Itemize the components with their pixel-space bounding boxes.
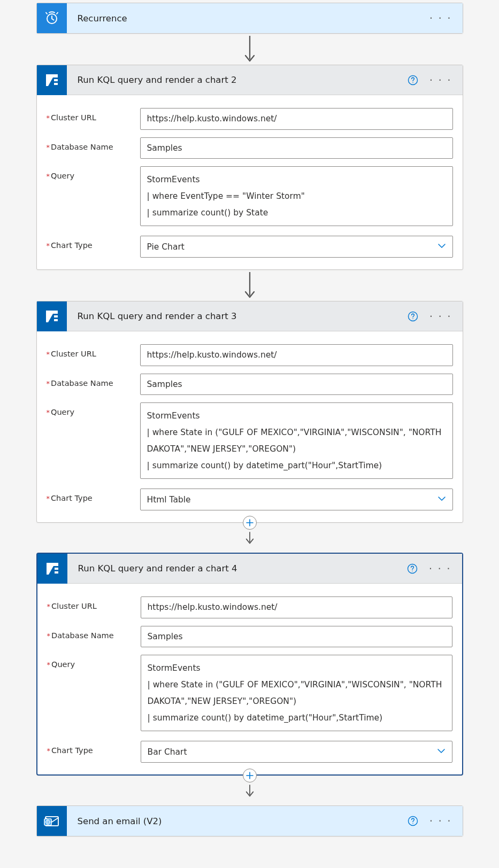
svg-point-23 [412,823,413,824]
chevron-down-icon [437,494,446,505]
chevron-down-icon [437,242,446,252]
help-icon[interactable] [407,74,419,86]
help-icon[interactable] [407,311,419,322]
svg-rect-7 [54,315,58,317]
field-label: *Query [47,655,141,669]
svg-point-10 [412,318,413,319]
action-card-email[interactable]: Send an email (V2)· · · [36,805,463,836]
kusto-icon [37,301,67,331]
field-label: *Query [47,402,140,416]
kusto-icon [37,554,67,584]
connector-add [243,523,257,553]
action-card[interactable]: Run KQL query and render a chart 2· · ·*… [36,65,463,270]
chevron-down-icon [437,747,446,757]
svg-rect-3 [54,83,58,85]
chart-type-select[interactable]: Html Table [140,489,453,510]
cluster-url-input[interactable] [141,596,452,618]
connector-arrow [242,270,257,301]
more-icon[interactable]: · · · [428,813,453,828]
select-value: Bar Chart [148,747,187,757]
field-label: *Cluster URL [47,108,140,122]
connector-arrow [242,34,257,65]
action-title: Send an email (V2) [67,816,407,826]
connector-add [243,776,257,805]
field-label: *Cluster URL [47,596,141,610]
add-step-button[interactable] [243,769,257,782]
cluster-url-input[interactable] [140,108,453,130]
action-title: Run KQL query and render a chart 2 [67,75,407,85]
clock-icon [37,3,67,33]
chart-type-select[interactable]: Bar Chart [141,741,452,763]
database-name-input[interactable] [140,137,453,159]
outlook-icon [37,806,67,836]
trigger-card[interactable]: Recurrence· · · [36,3,463,34]
chart-type-select[interactable]: Pie Chart [140,236,453,258]
more-icon[interactable]: · · · [428,309,453,324]
more-icon[interactable]: · · · [428,73,453,88]
action-card[interactable]: Run KQL query and render a chart 4· · ·*… [36,553,463,776]
field-label: *Chart Type [47,489,140,502]
trigger-title: Recurrence [67,13,428,24]
svg-point-15 [412,570,413,571]
more-icon[interactable]: · · · [428,561,452,576]
action-title: Run KQL query and render a chart 3 [67,311,407,321]
field-label: *Chart Type [47,236,140,250]
help-icon[interactable] [407,815,419,827]
help-icon[interactable] [406,563,418,575]
action-title: Run KQL query and render a chart 4 [67,563,406,574]
query-input[interactable]: StormEvents | where State in ("GULF OF M… [141,655,452,731]
add-step-button[interactable] [243,516,257,530]
field-label: *Database Name [47,374,140,387]
field-label: *Cluster URL [47,344,140,358]
query-input[interactable]: StormEvents | where EventType == "Winter… [140,166,453,226]
svg-point-5 [412,82,413,83]
select-value: Pie Chart [147,242,185,252]
svg-rect-13 [55,571,58,574]
database-name-input[interactable] [141,626,452,648]
action-card[interactable]: Run KQL query and render a chart 3· · ·*… [36,301,463,523]
svg-rect-2 [54,79,58,81]
field-label: *Query [47,166,140,180]
svg-rect-8 [54,319,58,321]
field-label: *Database Name [47,137,140,151]
cluster-url-input[interactable] [140,344,453,366]
field-label: *Database Name [47,626,141,640]
field-label: *Chart Type [47,741,141,755]
query-input[interactable]: StormEvents | where State in ("GULF OF M… [140,402,453,479]
select-value: Html Table [147,495,191,505]
more-icon[interactable]: · · · [428,11,453,26]
database-name-input[interactable] [140,374,453,396]
kusto-icon [37,65,67,95]
svg-rect-12 [55,568,58,570]
